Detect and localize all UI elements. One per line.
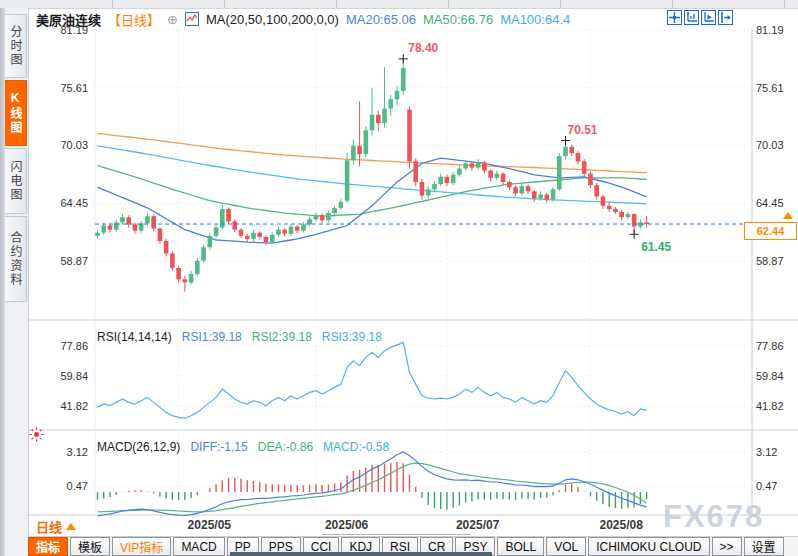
indicator-tab[interactable]: VOL xyxy=(546,537,586,556)
left-axis-label: 64.45 xyxy=(28,197,88,209)
macd-header: MACD(26,12,9) DIFF:-1.15 DEA:-0.86 MACD:… xyxy=(97,440,389,454)
window-edge-artifact xyxy=(322,534,470,535)
ma-line-ma50 xyxy=(98,166,647,217)
date-label: 2025/07 xyxy=(456,518,499,532)
crosshair-icon[interactable] xyxy=(667,10,682,25)
right-axis-label: 59.84 xyxy=(756,370,784,382)
ma100-value: MA100:64.4 xyxy=(500,12,570,27)
left-axis-label: 41.82 xyxy=(28,400,88,412)
right-axis-label: 81.19 xyxy=(756,24,784,36)
taskbar-artifact xyxy=(230,552,492,556)
left-sidebar: 分时图K线图闪电图合约资料 xyxy=(0,8,29,556)
sidebar-tab-1[interactable]: 分时图 xyxy=(5,14,27,78)
date-label: 2025/08 xyxy=(599,518,642,532)
right-axis-label: 3.12 xyxy=(756,446,777,458)
ma50-value: MA50:66.76 xyxy=(423,12,493,27)
indicator-tab[interactable]: BOLL xyxy=(497,537,544,556)
current-price-tag: 62.44 xyxy=(744,222,797,240)
left-axis-label: 3.12 xyxy=(28,446,88,458)
period-dropdown-label: 日线 xyxy=(36,517,62,536)
sidebar-tab-4[interactable]: 合约资料 xyxy=(5,216,27,302)
left-axis-label: 77.86 xyxy=(28,340,88,352)
macd-title[interactable]: MACD(26,12,9) xyxy=(97,440,180,454)
right-axis-label: 0.47 xyxy=(756,480,777,492)
live-flash-icon[interactable] xyxy=(29,427,44,446)
right-axis-label: 58.87 xyxy=(756,255,784,267)
indicator-tab[interactable]: >> xyxy=(712,537,742,556)
price-up-arrow xyxy=(783,212,793,219)
ma20-value: MA20:65.06 xyxy=(346,12,416,27)
candles-layer xyxy=(95,59,649,292)
dea-value: DEA:-0.86 xyxy=(258,440,313,454)
price-annotation: 70.51 xyxy=(568,123,598,137)
left-axis-label: 0.47 xyxy=(28,480,88,492)
right-axis-label: 41.82 xyxy=(756,400,784,412)
right-axis-label: 77.86 xyxy=(756,340,784,352)
indicator-tab[interactable]: ICHIMOKU CLOUD xyxy=(588,537,709,556)
period-dropdown[interactable]: 日线 xyxy=(36,517,76,536)
indicator-tab[interactable]: 指标 xyxy=(28,537,68,556)
rsi3-value: RSI3:39.18 xyxy=(322,330,382,344)
left-axis-label: 75.61 xyxy=(28,82,88,94)
left-axis-label: 59.84 xyxy=(28,370,88,382)
period-tag: 【日线】 xyxy=(108,10,160,29)
chart-toolbar xyxy=(667,10,733,25)
add-indicator-icon[interactable]: ⊕ xyxy=(167,12,178,27)
symbol-name: 美原油连续 xyxy=(36,10,101,29)
left-axis-label: 70.03 xyxy=(28,139,88,151)
rsi2-value: RSI2:39.18 xyxy=(252,330,312,344)
sidebar-tab-3[interactable]: 闪电图 xyxy=(5,148,27,214)
indicator-tab[interactable]: MACD xyxy=(173,537,224,556)
macd-value: MACD:-0.58 xyxy=(323,440,389,454)
y-axis-zoom-icon[interactable] xyxy=(684,10,699,25)
date-label: 2025/05 xyxy=(188,518,231,532)
indicator-tab[interactable]: VIP指标 xyxy=(112,537,171,556)
right-axis-label: 75.61 xyxy=(756,82,784,94)
left-axis-label: 58.87 xyxy=(28,255,88,267)
macd-layer xyxy=(98,452,647,516)
annotation-crosses xyxy=(399,54,639,238)
date-label: 2025/06 xyxy=(325,518,368,532)
indicator-tab[interactable]: 设置 xyxy=(744,537,784,556)
sidebar-tab-2[interactable]: K线图 xyxy=(5,80,27,146)
rsi1-value: RSI1:39.18 xyxy=(182,330,242,344)
x-axis-play-icon[interactable] xyxy=(701,10,716,25)
shift-right-icon[interactable] xyxy=(718,10,733,25)
rsi-title[interactable]: RSI(14,14,14) xyxy=(97,330,172,344)
diff-value: DIFF:-1.15 xyxy=(190,440,247,454)
indicator-tab[interactable]: 模板 xyxy=(70,537,110,556)
right-axis-label: 64.45 xyxy=(756,197,784,209)
rsi-line xyxy=(98,342,647,418)
top-tab-strip xyxy=(0,0,798,9)
price-annotation: 78.40 xyxy=(408,41,438,55)
triangle-up-icon xyxy=(66,523,76,530)
chart-type-icon[interactable] xyxy=(185,12,199,26)
ma-settings[interactable]: MA(20,50,100,200,0,0) xyxy=(206,12,339,27)
rsi-header: RSI(14,14,14) RSI1:39.18 RSI2:39.18 RSI3… xyxy=(97,330,382,344)
app-window: 分时图K线图闪电图合约资料 FX678 美原油连续 【日线】 ⊕ MA(20,5… xyxy=(0,0,798,556)
chart-canvas xyxy=(0,0,798,556)
chart-header: 美原油连续 【日线】 ⊕ MA(20,50,100,200,0,0) MA20:… xyxy=(36,10,570,28)
price-annotation: 61.45 xyxy=(641,240,671,254)
right-axis-label: 70.03 xyxy=(756,139,784,151)
